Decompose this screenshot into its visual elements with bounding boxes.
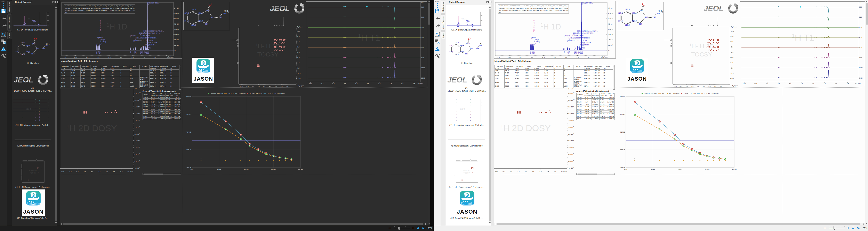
- svg-text:134.6: 134.6: [618, 20, 623, 22]
- svg-text:CH3: CH3: [480, 43, 484, 46]
- svg-text:126.5: 126.5: [21, 54, 25, 56]
- svg-text:209.0: 209.0: [32, 43, 36, 45]
- svg-text:¹H 1D: ¹H 1D: [461, 17, 467, 20]
- svg-text:127.3: 127.3: [184, 12, 189, 14]
- svg-text:TOCSY: TOCSY: [464, 172, 470, 174]
- svg-text:136.9: 136.9: [198, 12, 203, 14]
- svg-text:32.3: 32.3: [205, 23, 209, 25]
- svg-text:123.8: 123.8: [455, 42, 459, 44]
- svg-text:48.7: 48.7: [36, 48, 39, 50]
- svg-text:127.3: 127.3: [618, 12, 623, 14]
- svg-text:32.3: 32.3: [465, 53, 468, 55]
- svg-text:JEOL: JEOL: [447, 76, 467, 84]
- svg-text:¹H 1D: ¹H 1D: [28, 17, 33, 20]
- svg-text:123.8: 123.8: [21, 42, 25, 44]
- svg-text:123.8: 123.8: [625, 8, 630, 10]
- svg-text:¹H-¹H 2D: ¹H-¹H 2D: [29, 169, 36, 171]
- svg-text:TOCSY: TOCSY: [30, 172, 36, 174]
- svg-text:136.9: 136.9: [460, 45, 464, 46]
- svg-text:48.7: 48.7: [645, 16, 648, 18]
- svg-text:JASON: JASON: [627, 76, 647, 82]
- svg-text:JEOL: JEOL: [704, 4, 723, 13]
- svg-text:134.6: 134.6: [449, 51, 454, 52]
- svg-text:¹H T1: ¹H T1: [460, 108, 467, 111]
- svg-text:153.8: 153.8: [26, 51, 31, 52]
- svg-text:126.5: 126.5: [455, 54, 459, 56]
- svg-text:127.3: 127.3: [449, 45, 454, 46]
- svg-text:209.0: 209.0: [640, 10, 644, 12]
- svg-text:CH3: CH3: [224, 9, 229, 13]
- svg-text:JEOL: JEOL: [270, 4, 290, 13]
- svg-text:¹H T1: ¹H T1: [26, 108, 33, 111]
- svg-text:209.0: 209.0: [466, 43, 470, 45]
- svg-text:126.5: 126.5: [625, 24, 630, 26]
- svg-text:209.0: 209.0: [206, 10, 210, 12]
- svg-text:153.8: 153.8: [632, 20, 637, 22]
- svg-text:CH3: CH3: [657, 9, 663, 13]
- svg-text:134.6: 134.6: [184, 20, 189, 22]
- svg-text:48.7: 48.7: [470, 48, 473, 50]
- svg-text:JASON: JASON: [23, 208, 43, 215]
- svg-text:136.9: 136.9: [632, 12, 637, 14]
- svg-text:136.9: 136.9: [26, 45, 31, 46]
- svg-text:127.3: 127.3: [16, 45, 20, 46]
- svg-text:JASON: JASON: [194, 76, 213, 82]
- svg-text:JASON: JASON: [457, 208, 477, 215]
- svg-text:CH3: CH3: [46, 43, 50, 46]
- svg-text:24.5: 24.5: [476, 48, 479, 50]
- svg-text:JEOL: JEOL: [13, 76, 33, 84]
- svg-text:126.5: 126.5: [191, 24, 196, 26]
- svg-text:32.3: 32.3: [31, 53, 35, 55]
- svg-text:153.8: 153.8: [198, 20, 203, 22]
- svg-text:134.6: 134.6: [16, 51, 20, 52]
- svg-text:24.5: 24.5: [219, 16, 222, 18]
- svg-text:24.5: 24.5: [42, 48, 45, 50]
- svg-text:24.5: 24.5: [653, 16, 656, 18]
- svg-text:¹H-¹H 2D: ¹H-¹H 2D: [463, 169, 470, 171]
- svg-text:48.7: 48.7: [211, 16, 215, 18]
- svg-text:153.8: 153.8: [460, 51, 464, 52]
- svg-text:123.8: 123.8: [191, 8, 196, 10]
- svg-text:32.3: 32.3: [639, 23, 642, 25]
